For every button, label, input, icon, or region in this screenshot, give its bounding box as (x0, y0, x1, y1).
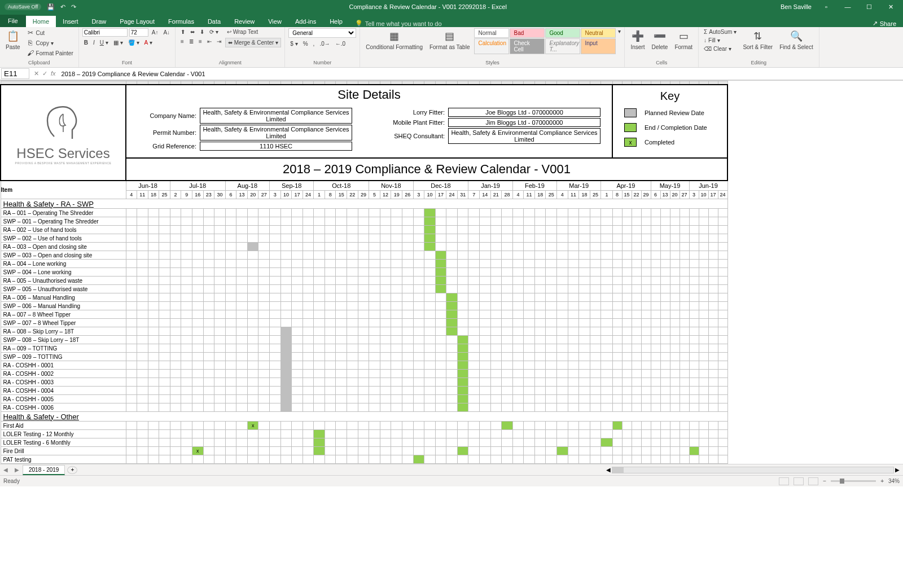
schedule-cell[interactable] (612, 378, 622, 387)
schedule-cell[interactable] (137, 285, 148, 293)
schedule-cell[interactable] (126, 447, 137, 455)
schedule-cell[interactable] (402, 361, 413, 370)
schedule-cell[interactable] (632, 310, 641, 319)
schedule-cell[interactable] (214, 336, 226, 344)
schedule-cell[interactable] (446, 403, 458, 412)
schedule-cell[interactable] (192, 302, 203, 310)
schedule-cell[interactable] (670, 234, 680, 243)
schedule-cell[interactable] (468, 302, 480, 310)
clear-button[interactable]: ⌫ Clear ▾ (702, 45, 738, 52)
schedule-cell[interactable] (512, 251, 524, 260)
schedule-cell[interactable] (292, 430, 303, 438)
schedule-cell[interactable] (708, 344, 718, 353)
style-neutral[interactable]: Neutral (581, 28, 616, 38)
schedule-cell[interactable] (490, 217, 502, 226)
schedule-cell[interactable] (292, 344, 303, 353)
schedule-cell[interactable] (303, 395, 314, 403)
schedule-cell[interactable] (336, 327, 347, 336)
schedule-cell[interactable] (480, 251, 491, 260)
schedule-cell[interactable] (579, 387, 590, 395)
schedule-cell[interactable] (247, 251, 258, 260)
schedule-cell[interactable] (718, 344, 727, 353)
schedule-cell-marked[interactable] (424, 226, 436, 234)
schedule-cell[interactable] (170, 378, 181, 387)
schedule-cell[interactable] (225, 361, 236, 370)
schedule-cell[interactable] (446, 226, 458, 234)
schedule-cell[interactable] (170, 430, 181, 438)
schedule-cell[interactable] (225, 310, 236, 319)
schedule-cell-marked[interactable] (280, 361, 292, 370)
schedule-cell[interactable] (292, 226, 303, 234)
schedule-cell[interactable] (670, 344, 680, 353)
schedule-cell[interactable] (708, 260, 718, 268)
schedule-cell[interactable] (446, 243, 458, 251)
schedule-cell[interactable] (689, 251, 699, 260)
schedule-cell[interactable] (325, 209, 336, 217)
schedule-cell[interactable] (192, 243, 203, 251)
schedule-cell[interactable] (699, 293, 708, 302)
schedule-cell[interactable] (303, 361, 314, 370)
schedule-cell[interactable] (247, 336, 258, 344)
schedule-cell[interactable] (369, 293, 380, 302)
schedule-cell[interactable] (651, 302, 660, 310)
schedule-cell[interactable] (612, 327, 622, 336)
schedule-cell[interactable] (214, 226, 226, 234)
schedule-cell[interactable] (546, 285, 557, 293)
schedule-cell[interactable] (524, 302, 535, 310)
schedule-cell[interactable] (303, 464, 314, 464)
schedule-cell[interactable] (225, 302, 236, 310)
schedule-cell[interactable] (524, 277, 535, 285)
schedule-cell[interactable] (192, 327, 203, 336)
schedule-cell[interactable] (402, 251, 413, 260)
schedule-cell[interactable] (435, 243, 446, 251)
insert-cells-button[interactable]: ➕Insert (628, 28, 647, 51)
schedule-cell[interactable] (314, 260, 325, 268)
schedule-cell[interactable] (126, 361, 137, 370)
schedule-cell[interactable] (247, 319, 258, 327)
schedule-cell[interactable] (181, 217, 192, 226)
schedule-cell[interactable] (214, 361, 226, 370)
schedule-cell[interactable] (225, 268, 236, 277)
schedule-cell[interactable] (424, 302, 436, 310)
schedule-cell[interactable] (590, 327, 601, 336)
schedule-cell[interactable] (651, 438, 660, 447)
schedule-cell[interactable] (699, 353, 708, 361)
schedule-cell[interactable] (347, 293, 358, 302)
schedule-cell[interactable] (699, 336, 708, 344)
schedule-cell[interactable] (236, 455, 248, 464)
style-bad[interactable]: Bad (510, 28, 545, 38)
schedule-cell[interactable] (546, 370, 557, 378)
schedule-cell[interactable] (446, 455, 458, 464)
schedule-cell[interactable] (568, 277, 579, 285)
schedule-cell[interactable] (203, 387, 214, 395)
schedule-cell[interactable] (247, 260, 258, 268)
schedule-cell[interactable] (457, 260, 468, 268)
schedule-cell[interactable] (402, 387, 413, 395)
schedule-cell[interactable] (347, 327, 358, 336)
schedule-cell[interactable] (192, 226, 203, 234)
schedule-cell[interactable] (391, 285, 402, 293)
schedule-cell[interactable] (632, 243, 641, 251)
schedule-cell[interactable] (402, 455, 413, 464)
schedule-cell[interactable] (203, 226, 214, 234)
schedule-cell[interactable] (280, 447, 292, 455)
schedule-cell[interactable] (292, 293, 303, 302)
schedule-cell[interactable] (468, 234, 480, 243)
schedule-cell[interactable] (413, 361, 424, 370)
schedule-cell[interactable] (424, 438, 436, 447)
schedule-cell[interactable] (568, 285, 579, 293)
schedule-cell[interactable] (557, 422, 568, 430)
schedule-cell[interactable] (651, 344, 660, 353)
schedule-cell[interactable] (225, 293, 236, 302)
schedule-cell[interactable] (292, 234, 303, 243)
schedule-cell[interactable] (590, 209, 601, 217)
schedule-cell[interactable] (718, 370, 727, 378)
schedule-cell[interactable] (490, 387, 502, 395)
schedule-cell[interactable] (325, 268, 336, 277)
schedule-cell[interactable] (622, 344, 632, 353)
schedule-cell[interactable] (435, 302, 446, 310)
schedule-cell[interactable] (512, 260, 524, 268)
schedule-cell[interactable] (148, 361, 159, 370)
schedule-cell[interactable] (435, 378, 446, 387)
schedule-cell[interactable] (347, 277, 358, 285)
